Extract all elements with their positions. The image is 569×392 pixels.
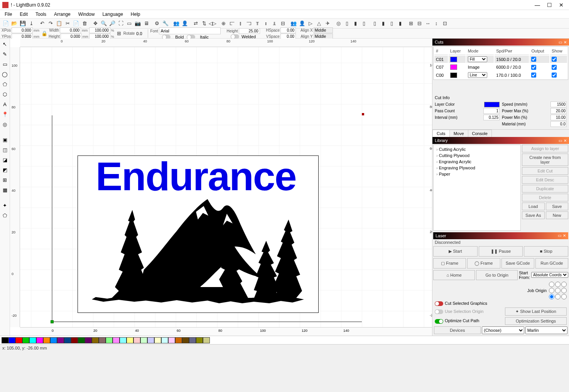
go-origin-button[interactable]: Go to Origin	[476, 270, 518, 280]
select-tool-icon[interactable]: ↖	[1, 40, 9, 48]
rotate-value[interactable]: 0.0	[136, 31, 142, 36]
flip-v-icon[interactable]: ⇅	[200, 19, 208, 28]
monitor-icon[interactable]: 🖥	[142, 19, 150, 28]
selection-icon[interactable]: ▭	[125, 19, 133, 28]
palette-color-3[interactable]	[22, 337, 29, 343]
zoom-frame-icon[interactable]: ⛶	[117, 19, 125, 28]
lib-item[interactable]: Engraving Acrylic	[435, 159, 519, 165]
pass-input[interactable]: 1	[483, 108, 500, 114]
alignx-select[interactable]: Middle	[314, 27, 333, 33]
duplicate-button[interactable]: Duplicate	[522, 185, 568, 193]
new-button[interactable]: New	[546, 211, 569, 219]
show-checkbox[interactable]	[552, 57, 557, 62]
align-hcenter-icon[interactable]: ⫿	[236, 19, 245, 28]
cut-row-c01[interactable]: C01 Fill 1500.0 / 20.0	[434, 56, 567, 63]
palette-color-27[interactable]	[189, 337, 196, 343]
palette-color-18[interactable]	[127, 337, 133, 343]
palette-color-14[interactable]	[99, 337, 106, 343]
palette-color-6[interactable]	[43, 337, 50, 343]
lib-item[interactable]: Engraving Plywood	[435, 165, 519, 171]
output-checkbox[interactable]	[531, 65, 536, 70]
cut-selected-toggle[interactable]	[435, 301, 443, 306]
speed-input[interactable]: 1500	[550, 101, 567, 107]
panel-undock-icon[interactable]: ▭	[558, 233, 561, 238]
align-right-icon[interactable]: ⫎	[245, 19, 253, 28]
menu-edit[interactable]: Edit	[17, 11, 31, 18]
output-checkbox[interactable]	[531, 57, 536, 62]
canvas[interactable]: 0 20 40 60 80 100 120 140 100 80 60 40 2…	[10, 39, 432, 336]
cut-icon[interactable]: ✂	[63, 19, 72, 28]
delete-icon[interactable]: 🗑	[80, 19, 89, 28]
load-button[interactable]: Load	[522, 203, 545, 210]
position-tool-icon[interactable]: 📍	[1, 110, 9, 118]
align-center-icon[interactable]: ⊕	[219, 19, 228, 28]
pause-button[interactable]: ❚❚ Pause	[479, 246, 523, 257]
maximize-button[interactable]: ☐	[547, 2, 552, 8]
width-input[interactable]: 0.000	[60, 27, 81, 33]
palette-color-15[interactable]	[106, 337, 113, 343]
boolean-icon[interactable]: ◫	[1, 146, 9, 154]
menu-file[interactable]: File	[2, 11, 15, 18]
show-checkbox[interactable]	[552, 73, 557, 78]
mode-select[interactable]: Line	[468, 72, 487, 78]
ungroup-icon[interactable]: 👤	[181, 19, 189, 28]
cut-row-c00[interactable]: C00 Line 170.0 / 100.0	[434, 71, 567, 79]
settings-icon[interactable]: ⚙	[153, 19, 161, 28]
show-last-button[interactable]: ✦ Show Last Position	[505, 308, 567, 316]
palette-color-26[interactable]	[182, 337, 189, 343]
use-selection-origin-toggle[interactable]	[435, 309, 443, 314]
panel-undock-icon[interactable]: ▭	[559, 139, 562, 143]
palette-color-11[interactable]	[78, 337, 85, 343]
tab-console[interactable]: Console	[468, 130, 492, 137]
mirror-h2-icon[interactable]: ▷	[306, 19, 315, 28]
dist3-icon[interactable]: ⊡	[441, 19, 449, 28]
weld-icon[interactable]: ▣	[1, 136, 9, 144]
design-content[interactable]: Endurance	[78, 155, 319, 313]
wpct-input[interactable]: 100.000	[89, 27, 110, 33]
create-new-button[interactable]: Create new from layer	[522, 154, 568, 166]
palette-color-24[interactable]	[168, 337, 175, 343]
zoom-out-icon[interactable]: 🔎	[108, 19, 117, 28]
home-button[interactable]: ⌂ Home	[433, 270, 475, 280]
panel-close-icon[interactable]: ✕	[564, 139, 567, 143]
menu-language[interactable]: Language	[99, 11, 126, 18]
palette-color-12[interactable]	[85, 337, 92, 343]
palette-color-16[interactable]	[113, 337, 120, 343]
align-top-icon[interactable]: ⫪	[253, 19, 262, 28]
ungroup2-icon[interactable]: 👤	[298, 19, 306, 28]
lib-item[interactable]: Paper	[435, 171, 519, 177]
material-input[interactable]: 0.0	[550, 121, 567, 127]
grid-array-icon[interactable]: ▦	[1, 186, 9, 194]
palette-color-23[interactable]	[161, 337, 168, 343]
hspace-input[interactable]: 0.00	[280, 27, 296, 33]
start-button[interactable]: ▶ Start	[433, 246, 478, 257]
bar3-icon[interactable]: ▯	[387, 19, 396, 28]
preview-icon[interactable]: 📷	[133, 19, 142, 28]
frame-button[interactable]: ▢ Frame	[433, 258, 466, 269]
flip-h-icon[interactable]: ⇄	[191, 19, 200, 28]
devices-button[interactable]: Devices	[434, 326, 481, 334]
palette-color-28[interactable]	[196, 337, 203, 343]
ellipse-icon[interactable]: ◯	[1, 70, 9, 78]
group-icon[interactable]: 👥	[172, 19, 181, 28]
palette-color-17[interactable]	[120, 337, 127, 343]
edit-nodes-icon[interactable]: ⬡	[1, 90, 9, 98]
zoom-in-icon[interactable]: 🔍	[100, 19, 108, 28]
copy-icon[interactable]: 📋	[55, 19, 63, 28]
saveas-button[interactable]: Save As	[522, 211, 545, 219]
optimize-cut-toggle[interactable]	[435, 319, 443, 324]
save-button[interactable]: Save	[546, 203, 569, 210]
palette-color-21[interactable]	[147, 337, 154, 343]
mountain-silhouette[interactable]	[88, 194, 306, 306]
palette-color-5[interactable]	[36, 337, 43, 343]
device-settings-icon[interactable]: 🔧	[161, 19, 170, 28]
device-select[interactable]: (Choose)	[482, 326, 524, 334]
send-icon[interactable]: ✈	[323, 19, 332, 28]
save-gcode-button[interactable]: Save GCode	[501, 258, 534, 269]
align-set3-icon[interactable]: ▯	[360, 19, 368, 28]
target-icon[interactable]: ◎	[334, 19, 343, 28]
minimize-button[interactable]: —	[535, 2, 540, 8]
run-gcode-button[interactable]: Run GCode	[535, 258, 568, 269]
panel-undock-icon[interactable]: ▭	[559, 40, 562, 44]
welded-toggle[interactable]	[231, 34, 239, 39]
